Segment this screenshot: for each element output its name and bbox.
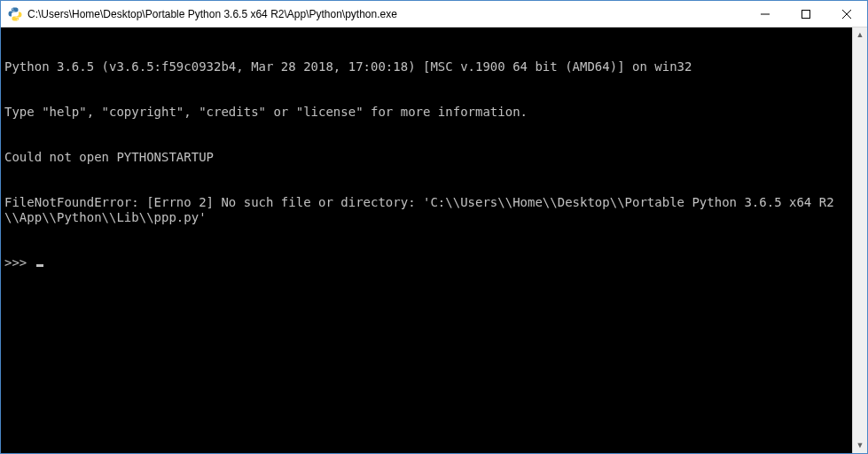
svg-point-1 xyxy=(17,19,18,20)
client-area: Python 3.6.5 (v3.6.5:f59c0932b4, Mar 28 … xyxy=(1,27,867,453)
python-app-icon xyxy=(8,7,22,21)
chevron-up-icon: ▲ xyxy=(856,31,864,39)
minimize-button[interactable] xyxy=(745,1,786,27)
console-prompt: >>> xyxy=(4,255,35,270)
console-prompt-line: >>> xyxy=(4,255,848,270)
cursor-icon xyxy=(36,264,43,267)
console-line: Could not open PYTHONSTARTUP xyxy=(4,150,848,165)
close-button[interactable] xyxy=(826,1,867,27)
titlebar[interactable]: C:\Users\Home\Desktop\Portable Python 3.… xyxy=(1,1,867,27)
window-title: C:\Users\Home\Desktop\Portable Python 3.… xyxy=(27,8,745,20)
console-line: FileNotFoundError: [Errno 2] No such fil… xyxy=(4,195,848,225)
vertical-scrollbar[interactable]: ▲ ▼ xyxy=(852,27,867,453)
svg-point-0 xyxy=(12,8,13,9)
scroll-down-button[interactable]: ▼ xyxy=(853,438,867,453)
svg-rect-2 xyxy=(802,10,810,18)
scrollbar-track[interactable] xyxy=(853,43,867,438)
window-controls xyxy=(745,1,867,27)
window: C:\Users\Home\Desktop\Portable Python 3.… xyxy=(0,0,868,454)
console-line: Python 3.6.5 (v3.6.5:f59c0932b4, Mar 28 … xyxy=(4,59,848,74)
scroll-up-button[interactable]: ▲ xyxy=(853,27,867,43)
console-output[interactable]: Python 3.6.5 (v3.6.5:f59c0932b4, Mar 28 … xyxy=(1,27,852,453)
console-line: Type "help", "copyright", "credits" or "… xyxy=(4,105,848,120)
chevron-down-icon: ▼ xyxy=(856,442,864,450)
maximize-button[interactable] xyxy=(786,1,826,27)
